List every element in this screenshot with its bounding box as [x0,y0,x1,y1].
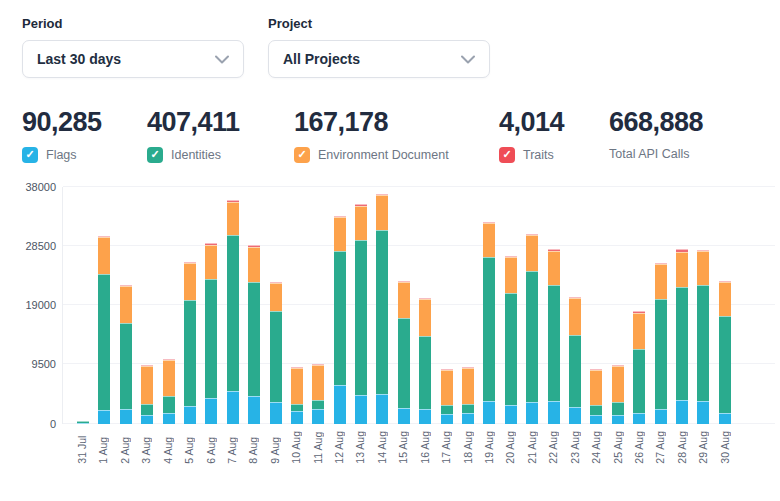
bar-segment-flags[interactable] [312,409,324,423]
bar-segment-flags[interactable] [184,406,196,423]
bar-segment-identities[interactable] [398,318,410,408]
bar-stack-7-aug[interactable] [227,187,239,424]
bar-segment-flags[interactable] [526,402,538,424]
bar-segment-identities[interactable] [270,311,282,402]
bar-segment-flags[interactable] [376,394,388,424]
bar-segment-environment-document[interactable] [655,264,667,299]
bar-segment-environment-document[interactable] [612,366,624,402]
bar-segment-identities[interactable] [590,405,602,414]
series-checkbox-environment-document[interactable]: ✓ [294,147,310,163]
bar-segment-environment-document[interactable] [184,263,196,300]
bar-segment-identities[interactable] [633,349,645,413]
bar-stack-28-aug[interactable] [676,187,688,424]
bar-segment-flags[interactable] [505,405,517,424]
bar-stack-21-aug[interactable] [526,187,538,424]
bar-segment-environment-document[interactable] [270,283,282,311]
series-checkbox-identities[interactable]: ✓ [147,147,163,163]
bar-segment-environment-document[interactable] [633,313,645,349]
bar-stack-31-jul[interactable] [77,187,89,424]
bar-stack-10-aug[interactable] [291,187,303,424]
bar-stack-8-aug[interactable] [248,187,260,424]
bar-segment-flags[interactable] [697,401,709,423]
bar-segment-flags[interactable] [163,413,175,424]
bar-segment-identities[interactable] [334,251,346,385]
bar-segment-flags[interactable] [483,401,495,423]
bar-segment-environment-document[interactable] [419,299,431,336]
bar-segment-identities[interactable] [697,285,709,402]
bar-segment-flags[interactable] [569,407,581,424]
bar-segment-flags[interactable] [655,409,667,423]
bar-stack-11-aug[interactable] [312,187,324,424]
bar-stack-6-aug[interactable] [205,187,217,424]
bar-segment-flags[interactable] [462,413,474,424]
bar-stack-16-aug[interactable] [419,187,431,424]
bar-stack-9-aug[interactable] [270,187,282,424]
bar-stack-3-aug[interactable] [141,187,153,424]
bar-segment-flags[interactable] [291,411,303,423]
period-dropdown[interactable]: Last 30 days [22,40,244,78]
bar-segment-identities[interactable] [355,240,367,395]
bar-stack-29-aug[interactable] [697,187,709,424]
bar-segment-identities[interactable] [163,396,175,413]
bar-segment-identities[interactable] [227,235,239,391]
bar-segment-environment-document[interactable] [205,245,217,279]
bar-segment-flags[interactable] [334,385,346,423]
bar-segment-flags[interactable] [719,413,731,424]
bar-segment-environment-document[interactable] [248,247,260,282]
bar-stack-12-aug[interactable] [334,187,346,424]
bar-segment-environment-document[interactable] [291,368,303,404]
bar-stack-2-aug[interactable] [120,187,132,424]
bar-segment-environment-document[interactable] [548,251,560,285]
bar-segment-identities[interactable] [569,335,581,407]
bar-stack-22-aug[interactable] [548,187,560,424]
bar-segment-identities[interactable] [505,293,517,405]
bar-segment-flags[interactable] [205,398,217,424]
bar-segment-environment-document[interactable] [312,365,324,401]
bar-segment-flags[interactable] [355,395,367,424]
bar-segment-flags[interactable] [441,414,453,424]
bar-segment-flags[interactable] [612,415,624,424]
project-dropdown[interactable]: All Projects [268,40,490,78]
bar-segment-identities[interactable] [526,271,538,402]
series-checkbox-traits[interactable]: ✓ [499,147,515,163]
bar-stack-18-aug[interactable] [462,187,474,424]
bar-stack-23-aug[interactable] [569,187,581,424]
bar-segment-identities[interactable] [655,299,667,410]
bar-segment-identities[interactable] [719,316,731,412]
bar-stack-24-aug[interactable] [590,187,602,424]
bar-segment-environment-document[interactable] [697,251,709,284]
bar-segment-environment-document[interactable] [483,223,495,257]
series-checkbox-flags[interactable]: ✓ [22,147,38,163]
bar-segment-environment-document[interactable] [526,235,538,271]
bar-stack-1-aug[interactable] [98,187,110,424]
bar-segment-environment-document[interactable] [98,237,110,274]
bar-stack-17-aug[interactable] [441,187,453,424]
bar-segment-identities[interactable] [462,404,474,413]
bar-segment-identities[interactable] [376,230,388,394]
bar-stack-15-aug[interactable] [398,187,410,424]
bar-stack-19-aug[interactable] [483,187,495,424]
bar-segment-flags[interactable] [676,400,688,424]
bar-stack-27-aug[interactable] [655,187,667,424]
bar-segment-flags[interactable] [633,413,645,424]
bar-segment-environment-document[interactable] [334,217,346,251]
bar-segment-flags[interactable] [248,396,260,423]
bar-segment-identities[interactable] [120,323,132,409]
bar-segment-identities[interactable] [291,404,303,412]
bar-segment-identities[interactable] [548,285,560,402]
bar-segment-identities[interactable] [184,300,196,407]
bar-segment-environment-document[interactable] [398,282,410,318]
bar-segment-flags[interactable] [227,391,239,424]
bar-segment-flags[interactable] [548,401,560,423]
bar-segment-environment-document[interactable] [355,206,367,240]
bar-segment-environment-document[interactable] [569,298,581,336]
bar-segment-identities[interactable] [312,400,324,409]
bar-segment-identities[interactable] [676,287,688,400]
bar-segment-identities[interactable] [419,336,431,409]
bar-segment-flags[interactable] [77,423,89,424]
bar-segment-environment-document[interactable] [227,202,239,235]
bar-segment-flags[interactable] [120,409,132,423]
bar-segment-flags[interactable] [590,415,602,424]
bar-segment-identities[interactable] [248,282,260,396]
bar-stack-13-aug[interactable] [355,187,367,424]
